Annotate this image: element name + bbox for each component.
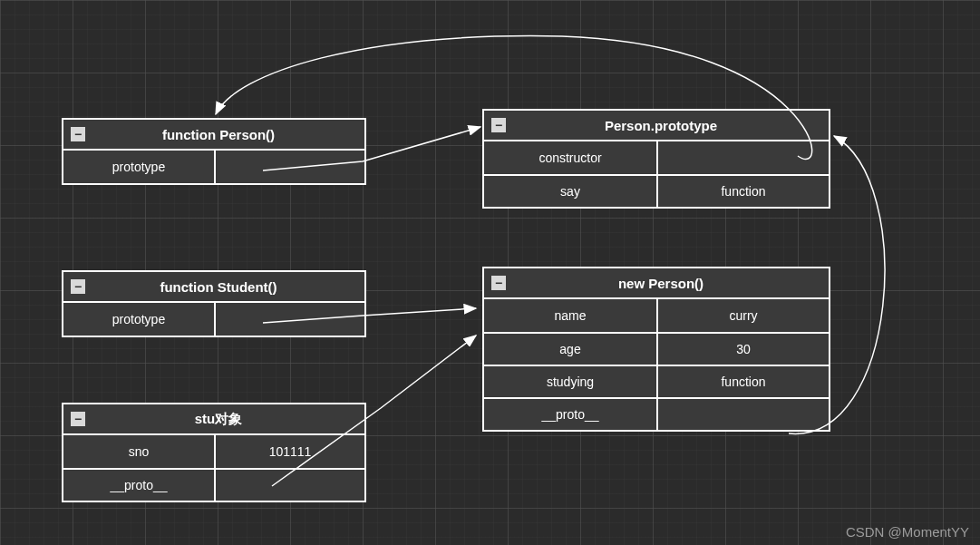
box-title: − new Person() xyxy=(484,268,829,299)
collapse-icon[interactable]: − xyxy=(71,127,85,141)
box-title-text: function Person() xyxy=(91,127,364,142)
cell-value: 101111 xyxy=(214,435,364,468)
cell-key: sno xyxy=(63,435,214,468)
cell-key: prototype xyxy=(63,303,214,336)
table-row: age 30 xyxy=(484,332,829,365)
box-stu-object: − stu对象 sno 101111 __proto__ xyxy=(62,403,366,502)
box-title: − function Student() xyxy=(63,272,364,303)
table-row: sno 101111 xyxy=(63,435,364,468)
box-title: − stu对象 xyxy=(63,404,364,435)
cell-key: __proto__ xyxy=(63,470,214,501)
box-student-fn: − function Student() prototype xyxy=(62,270,366,337)
watermark-text: CSDN @MomentYY xyxy=(846,524,969,540)
table-row: prototype xyxy=(63,303,364,336)
table-row: say function xyxy=(484,174,829,207)
collapse-icon[interactable]: − xyxy=(71,279,85,294)
box-person-prototype: − Person.prototype constructor say funct… xyxy=(482,109,830,209)
table-row: __proto__ xyxy=(484,397,829,430)
box-title-text: function Student() xyxy=(91,279,364,295)
cell-key: studying xyxy=(484,366,656,397)
table-row: name curry xyxy=(484,299,829,332)
cell-value: 30 xyxy=(656,334,829,365)
cell-value xyxy=(214,303,364,336)
collapse-icon[interactable]: − xyxy=(491,276,506,290)
box-person-fn: − function Person() prototype xyxy=(62,118,366,185)
collapse-icon[interactable]: − xyxy=(491,118,506,132)
cell-key: name xyxy=(484,299,656,332)
cell-key: age xyxy=(484,334,656,365)
box-title-text: Person.prototype xyxy=(511,118,829,133)
box-title: − Person.prototype xyxy=(484,111,829,141)
table-row: __proto__ xyxy=(63,468,364,501)
table-row: studying function xyxy=(484,365,829,397)
table-row: constructor xyxy=(484,141,829,174)
box-title-text: new Person() xyxy=(511,276,829,291)
cell-key: say xyxy=(484,176,656,207)
cell-value: function xyxy=(656,176,829,207)
table-row: prototype xyxy=(63,151,364,183)
cell-value: curry xyxy=(656,299,829,332)
cell-key: constructor xyxy=(484,141,656,174)
cell-value: function xyxy=(656,366,829,397)
cell-value xyxy=(656,399,829,430)
cell-key: __proto__ xyxy=(484,399,656,430)
collapse-icon[interactable]: − xyxy=(71,412,85,426)
box-title: − function Person() xyxy=(63,120,364,151)
cell-value xyxy=(656,141,829,174)
box-new-person: − new Person() name curry age 30 studyin… xyxy=(482,267,830,432)
cell-key: prototype xyxy=(63,151,214,183)
box-title-text: stu对象 xyxy=(91,411,364,428)
cell-value xyxy=(214,151,364,183)
cell-value xyxy=(214,470,364,501)
